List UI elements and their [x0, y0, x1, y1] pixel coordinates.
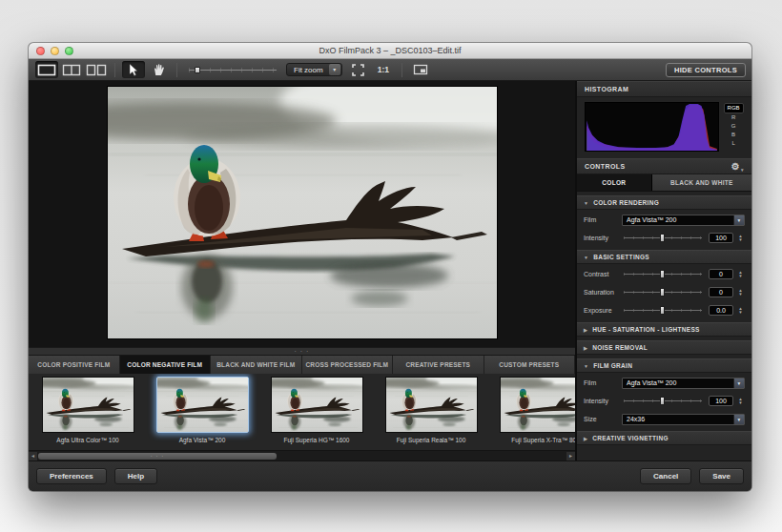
view-side-by-side-button[interactable]	[85, 61, 108, 78]
exposure-value[interactable]: 0.0	[709, 305, 733, 316]
grain-intensity-stepper[interactable]: ▲ ▼	[736, 398, 745, 405]
stepper-down-icon[interactable]: ▼	[738, 275, 742, 278]
tab-color[interactable]: COLOR	[577, 174, 652, 191]
side-by-side-view-icon	[86, 64, 107, 76]
contrast-slider[interactable]	[622, 269, 704, 279]
section-title: FILM GRAIN	[593, 362, 632, 369]
tab-creative-presets[interactable]: CREATIVE PRESETS	[393, 356, 484, 374]
channel-b-button[interactable]: B	[729, 131, 738, 139]
filmstrip-resize-grip[interactable]: · · ·	[29, 347, 575, 355]
preset-label: Fuji Superia X-Tra™ 800	[511, 437, 575, 443]
close-button[interactable]	[36, 47, 45, 55]
image-viewport[interactable]	[29, 81, 575, 347]
section-title: NOISE REMOVAL	[592, 344, 648, 351]
zoom-slider-track	[189, 70, 277, 71]
expand-icon: ▶	[584, 345, 587, 351]
preset-agfa-vista-200[interactable]: Agfa Vista™ 200	[145, 377, 259, 450]
section-title: HUE - SATURATION - LIGHTNESS	[592, 326, 700, 333]
main-area: · · · COLOR POSITIVE FILM COLOR NEGATIVE…	[29, 81, 751, 460]
grain-size-row: Size 24x36 ▾	[577, 411, 751, 427]
stepper-down-icon[interactable]: ▼	[738, 238, 742, 242]
section-noise-removal[interactable]: ▶ NOISE REMOVAL	[577, 340, 751, 355]
preset-agfa-ultra-color-100[interactable]: Agfa Ultra Color™ 100	[31, 377, 145, 450]
preferences-button[interactable]: Preferences	[36, 468, 107, 484]
view-split-button[interactable]	[60, 61, 83, 78]
hide-controls-button[interactable]: HIDE CONTROLS	[666, 63, 746, 77]
grain-intensity-row: Intensity 100 ▲ ▼	[577, 393, 751, 409]
tab-color-negative-film[interactable]: COLOR NEGATIVE FILM	[120, 356, 212, 374]
section-hue-saturation-lightness[interactable]: ▶ HUE - SATURATION - LIGHTNESS	[577, 322, 751, 337]
cancel-button[interactable]: Cancel	[640, 468, 691, 484]
tab-color-positive-film[interactable]: COLOR POSITIVE FILM	[29, 356, 120, 374]
app-window: DxO FilmPack 3 – _DSC0103–Edit.tif	[29, 43, 751, 491]
title-bar: DxO FilmPack 3 – _DSC0103–Edit.tif	[29, 43, 751, 59]
slider-handle[interactable]	[660, 270, 665, 278]
section-creative-vignetting[interactable]: ▶ CREATIVE VIGNETTING	[577, 431, 751, 445]
minimize-button[interactable]	[51, 47, 59, 55]
film-select[interactable]: Agfa Vista™ 200 ▾	[622, 215, 745, 226]
preset-fuji-superia-xtra-800[interactable]: Fuji Superia X-Tra™ 800	[488, 377, 575, 450]
exposure-label: Exposure	[584, 307, 622, 314]
exposure-stepper[interactable]: ▲ ▼	[736, 307, 745, 315]
preset-thumbnail	[272, 378, 362, 432]
zoom-mode-select[interactable]: Fit zoom ▾	[286, 63, 342, 76]
filmstrip-scrollbar[interactable]: ◂ · · · ▸	[29, 450, 575, 460]
slider-handle[interactable]	[660, 234, 665, 242]
channel-l-button[interactable]: L	[729, 139, 737, 148]
stepper-down-icon[interactable]: ▼	[738, 311, 742, 315]
help-button[interactable]: Help	[114, 468, 157, 484]
hand-tool-button[interactable]	[147, 61, 170, 78]
save-button[interactable]: Save	[699, 468, 744, 484]
channel-r-button[interactable]: R	[729, 113, 738, 122]
chevron-down-icon: ▾	[733, 215, 744, 225]
one-to-one-zoom-button[interactable]: 1:1	[378, 65, 389, 74]
collapse-icon: ▼	[584, 200, 588, 206]
grain-intensity-value[interactable]: 100	[709, 396, 733, 406]
stepper-down-icon[interactable]: ▼	[738, 401, 742, 405]
tab-custom-presets[interactable]: CUSTOM PRESETS	[484, 356, 576, 374]
saturation-value[interactable]: 0	[709, 287, 733, 297]
slider-handle[interactable]	[660, 306, 665, 315]
fullscreen-button[interactable]	[347, 61, 370, 78]
scroll-left-icon[interactable]: ◂	[29, 452, 37, 460]
exposure-row: Exposure 0.0 ▲ ▼	[577, 302, 751, 318]
intensity-stepper[interactable]: ▲ ▼	[736, 235, 745, 242]
scroll-right-icon[interactable]: ▸	[566, 452, 575, 460]
grain-intensity-slider[interactable]	[622, 396, 704, 406]
image-info-button[interactable]	[409, 61, 432, 78]
contrast-value[interactable]: 0	[709, 269, 733, 279]
channel-rgb-button[interactable]: RGB	[724, 103, 744, 113]
section-film-grain[interactable]: ▼ FILM GRAIN	[577, 358, 751, 373]
zoom-window-button[interactable]	[65, 47, 73, 55]
preset-label: Fuji Superia HG™ 1600	[283, 437, 349, 443]
channel-g-button[interactable]: G	[729, 122, 739, 131]
tab-black-and-white-film[interactable]: BLACK AND WHITE FILM	[211, 356, 302, 374]
intensity-value[interactable]: 100	[709, 233, 733, 243]
intensity-slider[interactable]	[622, 233, 704, 243]
zoom-slider[interactable]	[189, 65, 277, 74]
grain-film-select[interactable]: Agfa Vista™ 200 ▾	[622, 378, 745, 389]
preset-thumbnail	[501, 378, 576, 432]
cursor-icon	[129, 64, 138, 76]
section-color-rendering[interactable]: ▼ COLOR RENDERING	[577, 195, 751, 210]
zoom-slider-handle[interactable]	[195, 67, 200, 73]
section-basic-settings[interactable]: ▼ BASIC SETTINGS	[577, 250, 751, 264]
saturation-slider[interactable]	[622, 287, 704, 297]
preset-fuji-superia-hg-1600[interactable]: Fuji Superia HG™ 1600	[259, 377, 374, 450]
preset-fuji-superia-reala-100[interactable]: Fuji Superia Reala™ 100	[374, 377, 488, 450]
slider-handle[interactable]	[660, 397, 665, 405]
tab-black-and-white[interactable]: BLACK AND WHITE	[652, 174, 751, 191]
scrollbar-thumb[interactable]: · · ·	[38, 453, 277, 460]
pointer-tool-button[interactable]	[122, 61, 145, 78]
histogram-plot	[585, 102, 719, 152]
contrast-stepper[interactable]: ▲ ▼	[736, 271, 745, 278]
stepper-down-icon[interactable]: ▼	[738, 293, 742, 297]
slider-handle[interactable]	[660, 288, 665, 297]
grain-size-select[interactable]: 24x36 ▾	[622, 414, 745, 425]
exposure-slider[interactable]	[622, 305, 704, 316]
tab-cross-processed-film[interactable]: CROSS PROCESSED FILM	[302, 356, 394, 374]
gear-icon[interactable]: ⚙	[731, 162, 740, 172]
panel-tabs: COLOR BLACK AND WHITE	[577, 174, 751, 192]
saturation-stepper[interactable]: ▲ ▼	[736, 289, 745, 297]
view-single-button[interactable]	[35, 61, 58, 78]
